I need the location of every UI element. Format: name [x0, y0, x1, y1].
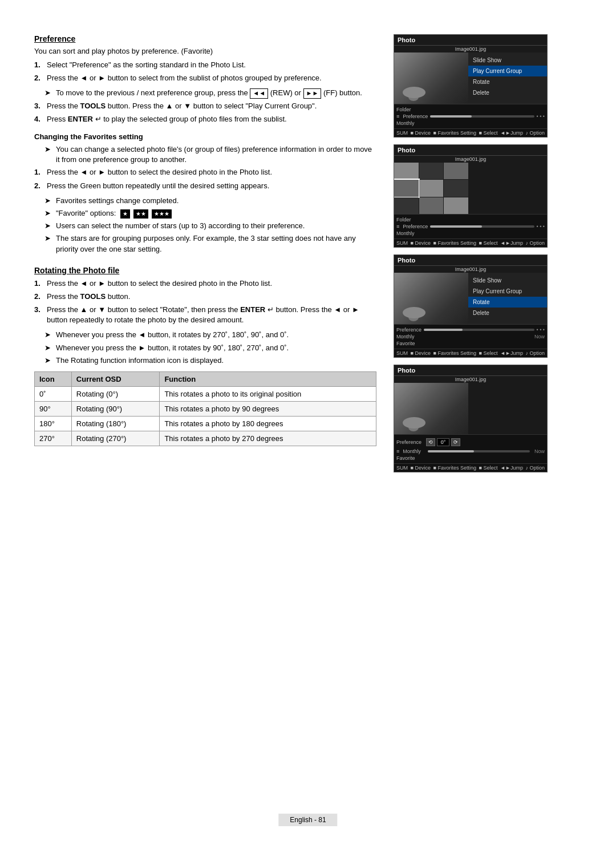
preference-step-2: 2. Press the ◄ or ► button to select fro… [34, 73, 376, 83]
preference-arrow-list-1: ➤ To move to the previous / next prefere… [44, 88, 376, 98]
preference-step-1: 1. Select "Preference" as the sorting st… [34, 60, 376, 70]
panel1-footer: Folder ≡ Preference • • • Monthly [394, 104, 547, 128]
favorites-arrow-3: ➤ Users can select the number of stars (… [44, 221, 376, 231]
favorites-arrow-2: ➤ "Favorite" options: ★ ★★ ★★★ [44, 208, 376, 219]
rotating-step-2: 2. Press the TOOLS button. [34, 292, 376, 302]
panel2-image-label: Image001.jpg [394, 156, 547, 163]
panel3-monthly-row: Monthly Now [396, 334, 545, 339]
table-cell-icon-90: 90° [35, 402, 72, 417]
table-row: 90° Rotating (90°) This rotates a photo … [35, 402, 376, 417]
star-3: ★★★ [152, 209, 172, 219]
panel1-menu: Slide Show Play Current Group Rotate Del… [468, 52, 547, 104]
panel3-menu-play-group[interactable]: Play Current Group [468, 286, 547, 297]
table-header-osd: Current OSD [71, 372, 160, 387]
panel4-header: Photo [394, 365, 547, 376]
panel4-footer: Preference ⟲ 0° ⟳ ≡ Monthly Now Favorite [394, 434, 547, 463]
panel3-body: Slide Show Play Current Group Rotate Del… [394, 273, 547, 324]
menu-item-play-group[interactable]: Play Current Group [468, 66, 547, 76]
panel2-status: SUM ■ Device ■ Favorites Setting ■ Selec… [394, 238, 547, 247]
favorites-arrow-4: ➤ The stars are for grouping purposes on… [44, 233, 376, 254]
grid-cell [394, 163, 419, 179]
table-header-function: Function [160, 372, 376, 387]
menu-item-slideshow[interactable]: Slide Show [468, 55, 547, 66]
panel1-thumbnail [394, 52, 468, 104]
panel3-header: Photo [394, 255, 547, 266]
rotating-step-1: 1. Press the ◄ or ► button to select the… [34, 278, 376, 289]
favorites-intro-arrow: ➤ You can change a selected photo file's… [44, 144, 376, 165]
photo-panel-2: Photo Image001.jpg [394, 144, 548, 248]
rotating-steps-list: 1. Press the ◄ or ► button to select the… [34, 278, 376, 326]
preference-arrow-item-1: ➤ To move to the previous / next prefere… [44, 88, 376, 98]
panel4-favorite-row: Favorite [396, 455, 545, 461]
menu-item-rotate[interactable]: Rotate [468, 76, 547, 87]
grid-cell [444, 197, 468, 214]
panel2-grid-row3 [394, 197, 468, 214]
grid-cell [419, 197, 444, 214]
panel3-bar [424, 329, 534, 331]
grid-cell [419, 180, 444, 196]
photo-panel-3: Photo Image001.jpg Slide Show Play Curre… [394, 254, 548, 358]
table-cell-icon-180: 180° [35, 417, 72, 431]
preference-step-4: 4. Press ENTER ↵ to play the selected gr… [34, 114, 376, 124]
favorites-step-1: 1. Press the ◄ or ► button to select the… [34, 167, 376, 177]
photo-panel-1: Photo Image001.jpg Slide Show Play Curre… [394, 34, 548, 138]
left-column: Preference You can sort and play photos … [34, 34, 376, 472]
star-1: ★ [120, 209, 130, 219]
grid-cell [394, 197, 419, 214]
table-row: 0˚ Rotating (0°) This rotates a photo to… [35, 387, 376, 402]
panel2-preference-row: ≡ Preference • • • [396, 224, 545, 229]
rotating-arrow-2: ➤ Whenever you press the ► button, it ro… [44, 343, 376, 353]
table-header-icon: Icon [35, 372, 72, 387]
table-row: 270° Rotating (270°) This rotates a phot… [35, 431, 376, 446]
panel4-bar [428, 450, 530, 452]
panel1-status: SUM ■ Device ■ Favorites Setting ■ Selec… [394, 128, 547, 137]
rotating-step-3: 3. Press the ▲ or ▼ button to select "Ro… [34, 305, 376, 325]
panel2-bar [430, 225, 534, 228]
table-cell-icon-0: 0˚ [35, 387, 72, 402]
panel3-menu-delete[interactable]: Delete [468, 308, 547, 318]
rotate-controls: ⟲ 0° ⟳ [424, 437, 463, 447]
preference-steps-list-2: 3. Press the TOOLS button. Press the ▲ o… [34, 101, 376, 124]
panel2-body [394, 163, 547, 214]
preference-heading: Preference [34, 34, 376, 43]
panel2-footer: Folder ≡ Preference • • • Monthly [394, 214, 547, 238]
grid-cell [419, 163, 444, 179]
rotate-left-btn[interactable]: ⟲ [426, 438, 435, 446]
star-2: ★★ [133, 209, 148, 219]
preference-section: Preference You can sort and play photos … [34, 34, 376, 254]
panel3-favorite-row: Favorite [396, 341, 545, 346]
rotating-arrows-list: ➤ Whenever you press the ◄ button, it ro… [44, 330, 376, 366]
panel3-image-label: Image001.jpg [394, 266, 547, 273]
panel2-grid-row2 [394, 180, 468, 196]
rotating-heading: Rotating the Photo file [34, 266, 376, 275]
panel1-preference-row: ≡ Preference • • • [396, 114, 545, 119]
panel3-menu: Slide Show Play Current Group Rotate Del… [468, 273, 547, 324]
rotating-arrow-3: ➤ The Rotating function information icon… [44, 355, 376, 366]
favorites-heading: Changing the Favorites setting [34, 132, 376, 141]
table-cell-fn-180: This rotates a photo by 180 degrees [160, 417, 376, 431]
rotate-right-btn[interactable]: ⟳ [451, 438, 460, 446]
page-footer: English - 81 [278, 814, 337, 826]
panel3-menu-slideshow[interactable]: Slide Show [468, 275, 547, 286]
panel1-monthly-row: Monthly [396, 120, 545, 126]
panel2-grid [394, 163, 468, 214]
preference-intro: You can sort and play photos by preferen… [34, 47, 376, 55]
table-cell-fn-90: This rotates a photo by 90 degrees [160, 402, 376, 417]
right-column: Photo Image001.jpg Slide Show Play Curre… [394, 34, 559, 472]
panel1-folder-row: Folder [396, 107, 545, 112]
panel3-menu-rotate[interactable]: Rotate [468, 297, 547, 308]
table-cell-fn-270: This rotates a photo by 270 degrees [160, 431, 376, 446]
panel2-monthly-row: Monthly [396, 231, 545, 236]
panel4-monthly-row: ≡ Monthly Now [396, 448, 545, 454]
panel2-grid-row1 [394, 163, 468, 179]
panel3-status: SUM ■ Device ■ Favorites Setting ■ Selec… [394, 349, 547, 357]
panel4-thumbnail [394, 383, 468, 434]
table-cell-icon-270: 270° [35, 431, 72, 446]
preference-steps-list: 1. Select "Preference" as the sorting st… [34, 60, 376, 83]
table-cell-fn-0: This rotates a photo to its original pos… [160, 387, 376, 402]
rotate-value-display: 0° [437, 438, 449, 446]
panel1-body: Slide Show Play Current Group Rotate Del… [394, 52, 547, 104]
rotation-table: Icon Current OSD Function 0˚ Rotating (0… [34, 371, 376, 446]
panel4-image-label: Image001.jpg [394, 376, 547, 383]
menu-item-delete[interactable]: Delete [468, 87, 547, 98]
